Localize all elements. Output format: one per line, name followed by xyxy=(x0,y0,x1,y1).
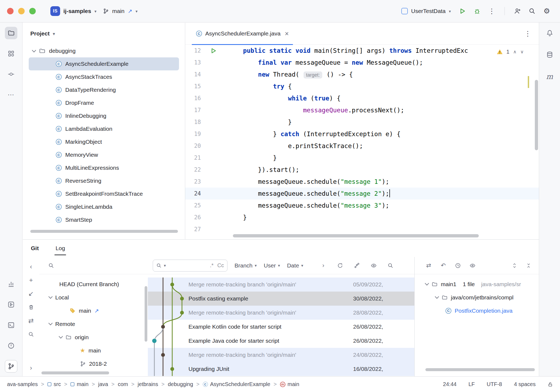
editor-line[interactable]: 15try { xyxy=(185,80,539,92)
search-icon[interactable] xyxy=(46,261,56,270)
caret-position[interactable]: 24:44 xyxy=(443,381,457,387)
chevron-expanded-icon[interactable] xyxy=(435,295,439,299)
expand-all-icon[interactable] xyxy=(510,261,519,270)
details-hscrollbar[interactable] xyxy=(425,368,535,371)
expand-right-icon[interactable]: › xyxy=(26,363,36,373)
breadcrumb-item[interactable]: debugging xyxy=(168,381,193,387)
project-tree-item[interactable]: CDataTypeRendering xyxy=(29,83,179,96)
line-number[interactable]: 17 xyxy=(185,104,201,116)
database-tool-icon[interactable] xyxy=(543,48,556,61)
date-filter[interactable]: Date ▾ xyxy=(287,262,303,269)
editor-line[interactable]: 26} xyxy=(185,211,539,223)
tab-options-icon[interactable]: ⋮ xyxy=(522,30,534,38)
lock-icon[interactable] xyxy=(548,382,553,387)
file-encoding[interactable]: UTF-8 xyxy=(487,381,502,387)
close-window-button[interactable] xyxy=(7,8,14,14)
branch-filter[interactable]: Branch ▾ xyxy=(235,262,257,269)
project-tree-item[interactable]: CAsyncStackTraces xyxy=(29,70,179,83)
compare-icon[interactable]: ⇄ xyxy=(424,261,434,270)
get-from-vcs-icon[interactable]: ↙ xyxy=(26,289,36,299)
more-actions-icon[interactable]: ⋮ xyxy=(486,5,498,17)
search-icon[interactable] xyxy=(26,329,36,339)
history-clock-icon[interactable] xyxy=(453,261,463,270)
branch-item[interactable]: origin xyxy=(39,331,148,344)
editor-line[interactable]: 13final var messageQueue = new MessageQu… xyxy=(185,57,539,68)
tree-item-folder[interactable]: debugging xyxy=(29,44,179,57)
project-tool-icon[interactable] xyxy=(5,27,17,39)
code-with-me-icon[interactable] xyxy=(511,5,524,17)
inspections-widget[interactable]: 1 ∧ ∨ xyxy=(494,47,526,56)
rollback-icon[interactable]: ↶ xyxy=(438,261,448,270)
editor-line[interactable]: 22}).start(); xyxy=(185,164,539,176)
minimize-window-button[interactable] xyxy=(18,8,25,14)
breadcrumb-item[interactable]: ava-samples xyxy=(7,381,38,387)
compare-icon[interactable]: ⇄ xyxy=(26,316,36,326)
git-tool-icon[interactable] xyxy=(5,360,17,373)
preview-eye-icon[interactable] xyxy=(468,261,477,270)
branches-hscrollbar[interactable] xyxy=(41,371,109,374)
chevron-expanded-icon[interactable] xyxy=(48,321,53,325)
more-tools-icon[interactable]: ⋯ xyxy=(5,89,17,101)
project-tree-item[interactable]: CMemoryView xyxy=(29,148,179,161)
commit-tool-icon[interactable] xyxy=(5,68,17,80)
line-number[interactable]: 25 xyxy=(185,200,201,211)
breadcrumb-item[interactable]: mmain xyxy=(280,381,299,387)
branch-item[interactable]: HEAD (Current Branch) xyxy=(39,277,148,291)
breadcrumb-item[interactable]: CAsyncSchedulerExample xyxy=(203,381,270,387)
graph-options-icon[interactable] xyxy=(352,261,362,270)
tab-log[interactable]: Log xyxy=(54,240,66,257)
fullscreen-window-button[interactable] xyxy=(29,8,36,14)
structure-tool-icon[interactable] xyxy=(5,47,17,60)
breadcrumb-item[interactable]: src xyxy=(47,381,61,387)
project-tree-item[interactable]: CMarkingObject xyxy=(29,135,179,148)
branch-item[interactable]: main↗ xyxy=(39,304,148,317)
project-hscrollbar[interactable] xyxy=(30,230,178,233)
line-number[interactable]: 24 xyxy=(185,188,201,200)
profiler-tool-icon[interactable] xyxy=(5,278,17,290)
chevron-expanded-icon[interactable] xyxy=(32,48,36,52)
log-search-input[interactable] xyxy=(168,262,208,269)
editor-line[interactable]: 12public static void main(String[] args)… xyxy=(185,45,539,57)
delete-icon[interactable] xyxy=(26,302,36,312)
editor-line[interactable]: 27 xyxy=(185,223,539,235)
line-separator[interactable]: LF xyxy=(468,381,475,387)
regex-toggle[interactable]: .* xyxy=(210,262,213,269)
changes-tree-row[interactable]: java/com/jetbrains/compl xyxy=(415,291,539,304)
branch-widget[interactable]: main ↗ ▾ xyxy=(100,5,141,17)
project-tree-item[interactable]: CInlineDebugging xyxy=(29,109,179,122)
chevron-expanded-icon[interactable] xyxy=(48,295,53,299)
prev-problem-icon[interactable]: ∧ xyxy=(513,49,516,55)
changes-tree-row[interactable]: CPostfixCompletion.java xyxy=(415,304,539,317)
project-tree-item[interactable]: CSetBreakpointFromStackTrace xyxy=(29,187,179,200)
collapse-all-icon[interactable] xyxy=(524,261,533,270)
project-tree-item[interactable]: CDropFrame xyxy=(29,96,179,109)
editor-vscrollbar[interactable] xyxy=(535,80,538,150)
line-number[interactable]: 27 xyxy=(185,223,201,235)
breadcrumb-item[interactable]: com xyxy=(118,381,128,387)
line-number[interactable]: 21 xyxy=(185,152,201,164)
go-to-hash-icon[interactable] xyxy=(386,261,395,270)
editor-line[interactable]: 23messageQueue.schedule("message 1"); xyxy=(185,176,539,188)
indent-style[interactable]: 4 spaces xyxy=(514,381,536,387)
line-number[interactable]: 12 xyxy=(185,45,201,57)
project-tree-item[interactable]: CSmartStep xyxy=(29,213,179,226)
project-tree-item[interactable]: CLambdaEvaluation xyxy=(29,122,179,135)
line-number[interactable]: 14 xyxy=(185,68,201,80)
debug-button[interactable] xyxy=(471,5,483,17)
line-number[interactable]: 26 xyxy=(185,211,201,223)
problems-tool-icon[interactable] xyxy=(5,339,17,352)
branch-item[interactable]: Local xyxy=(39,291,148,304)
project-tree-item[interactable]: CAsyncSchedulerExample xyxy=(29,57,179,70)
branch-item[interactable]: 2018-2 xyxy=(39,357,148,370)
line-number[interactable]: 15 xyxy=(185,80,201,92)
editor-hscrollbar[interactable] xyxy=(233,234,479,237)
run-button[interactable] xyxy=(456,5,469,17)
line-number[interactable]: 23 xyxy=(185,176,201,188)
project-panel-header[interactable]: Project ▾ xyxy=(23,23,185,44)
add-icon[interactable]: + xyxy=(26,275,36,285)
breadcrumb-item[interactable]: main xyxy=(70,381,88,387)
changes-tree-row[interactable]: main1 1 file java-samples/sr xyxy=(415,277,539,291)
services-tool-icon[interactable] xyxy=(5,298,17,311)
close-tab-icon[interactable]: × xyxy=(285,30,289,38)
chevron-expanded-icon[interactable] xyxy=(59,334,63,339)
